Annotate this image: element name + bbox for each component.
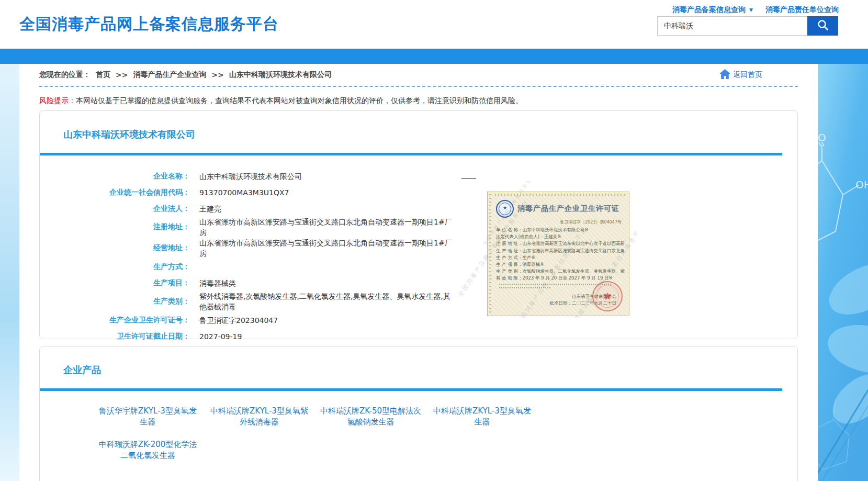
products-card: 企业产品 鲁沃华宇牌ZKYL-3型臭氧发生器 中科瑞沃牌ZKYL-3型臭氧紫外线… bbox=[39, 346, 798, 481]
detail-row: 注册地址：山东省潍坊市高新区潍安路与宝通街交叉路口东北角自动变速器一期项目1#厂… bbox=[40, 217, 797, 238]
detail-row: 经营地址：山东省潍坊市高新区潍安路与宝通街交叉路口东北角自动变速器一期项目1#厂… bbox=[40, 238, 797, 259]
field-label: 企业名称： bbox=[40, 172, 190, 181]
product-link[interactable]: 中科瑞沃牌ZKYL-3型臭氧发生器 bbox=[426, 406, 538, 428]
main-content: 您现在的位置： 首页 >> 消毒产品生产企业查询 >> 山东中科瑞沃环境技术有限… bbox=[19, 64, 818, 481]
certificate-row: 注 册 地 址：山东省潍坊高新区玉清东街以北中心次干道以西高新大厦902号科研楼 bbox=[496, 240, 625, 247]
breadcrumb: 您现在的位置： 首页 >> 消毒产品生产企业查询 >> 山东中科瑞沃环境技术有限… bbox=[39, 70, 332, 80]
detail-row: 卫生许可证截止日期：2027-09-19 bbox=[40, 328, 797, 344]
card-divider bbox=[40, 388, 782, 391]
home-icon bbox=[719, 69, 730, 81]
certificate-border-ornament bbox=[495, 194, 627, 196]
breadcrumb-separator: >> bbox=[116, 71, 128, 79]
breadcrumb-separator: >> bbox=[211, 71, 223, 79]
certificate-fine-print bbox=[499, 287, 550, 288]
search-button[interactable] bbox=[807, 16, 838, 36]
chemistry-flower-illustration: O OH bbox=[818, 64, 868, 481]
field-label: 生产类别： bbox=[40, 297, 190, 306]
site-title: 全国消毒产品网上备案信息服务平台 bbox=[19, 14, 279, 35]
risk-notice: 风险提示：本网站仅基于已掌握的信息提供查询服务，查询结果不代表本网站对被查询对象… bbox=[39, 96, 798, 105]
field-label: 生产企业卫生许可证号： bbox=[40, 316, 190, 325]
certificate-header: 消毒产品生产企业卫生许可证 bbox=[496, 200, 625, 218]
seal-star-icon: ★ bbox=[603, 290, 612, 303]
breadcrumb-home-link[interactable]: 首页 bbox=[96, 70, 110, 80]
dash-mark bbox=[461, 178, 476, 179]
certificate-row: 法定代表人(或负责人)：王建亮※ bbox=[496, 233, 625, 240]
field-value: 鲁卫消证字202304047 bbox=[199, 315, 457, 326]
detail-row: 生产企业卫生许可证号：鲁卫消证字202304047 bbox=[40, 312, 797, 328]
field-value: 91370700MA3M3U1QX7 bbox=[199, 187, 457, 198]
detail-row: 生产方式： bbox=[40, 259, 797, 275]
detail-row: 生产项目：消毒器械类 bbox=[40, 275, 797, 291]
field-value: 紫外线消毒器,次氯酸钠发生器,二氧化氯发生器,臭氧发生器、臭氧水发生器,其他器械… bbox=[199, 291, 457, 312]
risk-notice-text: 本网站仅基于已掌握的信息提供查询服务，查询结果不代表本网站对被查询对象信用状况的… bbox=[76, 96, 523, 105]
breadcrumb-row: 您现在的位置： 首页 >> 消毒产品生产企业查询 >> 山东中科瑞沃环境技术有限… bbox=[39, 64, 798, 87]
search-box bbox=[657, 16, 838, 36]
company-title: 山东中科瑞沃环境技术有限公司 bbox=[40, 111, 797, 141]
back-home-link[interactable]: 返回首页 bbox=[719, 69, 762, 81]
field-label: 企业法人： bbox=[40, 204, 190, 214]
nav-filing-info-query[interactable]: 消毒产品备案信息查询 ▼ bbox=[672, 5, 753, 15]
nav-responsible-unit-query[interactable]: 消毒产品责任单位查询 bbox=[765, 5, 839, 15]
certificate-row: 生 产 方 式：生产※ bbox=[496, 254, 625, 261]
breadcrumb-section-link[interactable]: 消毒产品生产企业查询 bbox=[133, 70, 206, 80]
company-card: 山东中科瑞沃环境技术有限公司 企业名称：山东中科瑞沃环境技术有限公司 企业统一社… bbox=[39, 110, 798, 339]
product-link[interactable]: 中科瑞沃牌ZK-50型电解法次氯酸钠发生器 bbox=[315, 406, 426, 428]
site-header: 全国消毒产品网上备案信息服务平台 消毒产品备案信息查询 ▼ 消毒产品责任单位查询 bbox=[0, 0, 868, 49]
top-nav: 消毒产品备案信息查询 ▼ 消毒产品责任单位查询 bbox=[672, 5, 839, 15]
field-value: 山东中科瑞沃环境技术有限公司 bbox=[199, 171, 457, 182]
national-emblem-icon bbox=[496, 200, 514, 218]
field-value: 山东省潍坊市高新区潍安路与宝通街交叉路口东北角自动变速器一期项目1#厂房 bbox=[199, 217, 457, 238]
product-link[interactable]: 中科瑞沃牌ZK-200型化学法二氧化氯发生器 bbox=[92, 439, 204, 461]
detail-row: 企业统一社会信用代码：91370700MA3M3U1QX7 bbox=[40, 184, 797, 200]
card-divider bbox=[40, 153, 782, 155]
certificate-row: 单 位 名 称：山东中科瑞沃环境技术有限公司※ bbox=[496, 227, 625, 233]
svg-text:OH: OH bbox=[855, 178, 868, 191]
detail-row: 企业名称：山东中科瑞沃环境技术有限公司 bbox=[40, 168, 797, 184]
field-value: 王建亮 bbox=[199, 204, 457, 214]
license-certificate-image: 消毒产品生产企业卫生许可证 鲁卫消证字（2023）第04047号 单 位 名 称… bbox=[459, 181, 637, 318]
product-link[interactable]: 中科瑞沃牌ZKYL-3型臭氧紫外线消毒器 bbox=[204, 406, 315, 428]
detail-row: 企业法人：王建亮 bbox=[40, 200, 797, 217]
field-label: 企业统一社会信用代码： bbox=[40, 188, 190, 197]
search-icon bbox=[817, 19, 829, 33]
field-value: 消毒器械类 bbox=[199, 278, 457, 288]
certificate-fields: 单 位 名 称：山东中科瑞沃环境技术有限公司※ 法定代表人(或负责人)：王建亮※… bbox=[496, 227, 625, 282]
company-details: 企业名称：山东中科瑞沃环境技术有限公司 企业统一社会信用代码：91370700M… bbox=[40, 168, 797, 344]
product-list: 鲁沃华宇牌ZKYL-3型臭氧发生器 中科瑞沃牌ZKYL-3型臭氧紫外线消毒器 中… bbox=[92, 406, 538, 461]
field-value: 2027-09-19 bbox=[199, 331, 457, 342]
certificate-row: 生 产 地 址：山东省潍坊市高新区潍安路与宝通街交叉路口东北角自动变速器一期项目… bbox=[496, 248, 625, 254]
products-title: 企业产品 bbox=[40, 346, 797, 376]
blue-banner-bar bbox=[0, 49, 868, 64]
certificate-fine-print bbox=[499, 284, 612, 285]
svg-text:O: O bbox=[818, 131, 826, 144]
field-value: 山东省潍坊市高新区潍安路与宝通街交叉路口东北角自动变速器一期项目1#厂房 bbox=[199, 238, 457, 259]
field-label: 生产方式： bbox=[40, 262, 190, 272]
red-seal-stamp: ★ bbox=[592, 281, 623, 311]
left-background-decoration bbox=[0, 64, 19, 481]
certificate-number: 鲁卫消证字（2023）第04047号 bbox=[496, 219, 622, 225]
right-background-decoration: O OH bbox=[818, 64, 868, 481]
breadcrumb-prefix: 您现在的位置： bbox=[39, 70, 91, 80]
search-input[interactable] bbox=[657, 16, 807, 36]
field-label: 卫生许可证截止日期： bbox=[40, 332, 190, 341]
certificate: 消毒产品生产企业卫生许可证 鲁卫消证字（2023）第04047号 单 位 名 称… bbox=[487, 192, 629, 316]
breadcrumb-current: 山东中科瑞沃环境技术有限公司 bbox=[229, 70, 332, 80]
field-label: 生产项目： bbox=[40, 278, 190, 288]
certificate-row: 生 产 项 目：消毒器械※ bbox=[496, 261, 625, 268]
risk-notice-label: 风险提示： bbox=[39, 96, 76, 105]
product-link[interactable]: 鲁沃华宇牌ZKYL-3型臭氧发生器 bbox=[92, 406, 204, 428]
field-label: 注册地址： bbox=[40, 222, 190, 232]
detail-row: 生产类别：紫外线消毒器,次氯酸钠发生器,二氧化氯发生器,臭氧发生器、臭氧水发生器… bbox=[40, 291, 797, 312]
field-label: 经营地址： bbox=[40, 243, 190, 253]
chevron-down-icon: ▼ bbox=[749, 7, 753, 13]
certificate-row: 生 产 类 别：次氯酸钠发生器、二氧化氯发生器、臭氧发生器、紫外线消毒器※ bbox=[496, 268, 625, 275]
certificate-title: 消毒产品生产企业卫生许可证 bbox=[517, 204, 619, 214]
